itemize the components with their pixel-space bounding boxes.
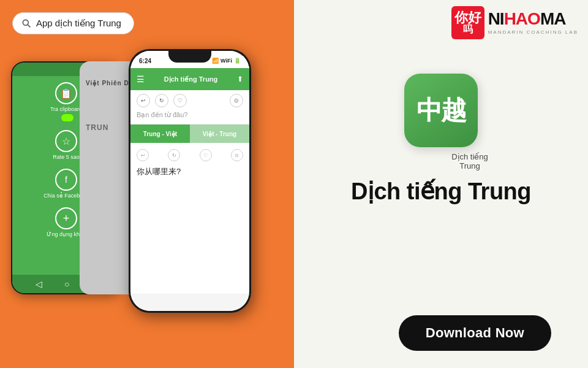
tab-viet-trung[interactable]: Việt - Trung: [190, 125, 249, 143]
phone-notch: [168, 49, 211, 63]
translated-text: 你从哪里来?: [137, 166, 243, 177]
icon-circle-3[interactable]: ♡: [173, 94, 187, 107]
bottom-icon-1[interactable]: ↩: [137, 149, 149, 161]
logo-area: 你好 吗 NI HAO MA MANDARIN COACHING LAB: [451, 6, 578, 39]
status-time: 6:24: [139, 58, 151, 64]
icon-circle-4[interactable]: ⊙: [230, 94, 243, 107]
search-text: App dịch tiếng Trung: [36, 18, 121, 29]
bottom-icon-4[interactable]: ⊙: [231, 149, 243, 161]
search-icon: [21, 18, 31, 28]
app-icon-text: 中越: [417, 93, 466, 128]
hamburger-icon[interactable]: ☰: [137, 74, 145, 84]
bottom-icon-3[interactable]: ♡: [200, 149, 212, 161]
logo-ni: NI: [488, 10, 504, 29]
bottom-icon-2[interactable]: ↻: [168, 149, 180, 161]
logo-subtitle: MANDARIN COACHING LAB: [488, 30, 578, 36]
app-icon-label: Dịch tiếng Trung: [442, 152, 497, 171]
logo-chinese-box: 你好 吗: [451, 6, 484, 39]
share-icon[interactable]: ⬆: [237, 75, 243, 83]
icon-circle-1[interactable]: ↩: [137, 94, 150, 107]
logo-hao: HAO: [504, 10, 540, 29]
main-title: Dịch tiếng Trung: [312, 178, 570, 205]
svg-line-1: [28, 25, 30, 27]
navbar-title: Dịch tiếng Trung: [164, 75, 218, 83]
search-bar[interactable]: App dịch tiếng Trung: [12, 12, 134, 34]
tab-trung-viet[interactable]: Trung - Việt: [130, 125, 190, 143]
app-icon: 中越: [404, 74, 478, 147]
download-button[interactable]: Download Now: [399, 315, 551, 351]
logo-ma: MA: [540, 10, 566, 29]
svg-point-0: [23, 20, 28, 25]
phone-front: 6:24 📶WiFi🔋 ☰ Dịch tiếng Trung ⬆ ↩ ↻ ♡ ⊙…: [129, 49, 251, 313]
logo-text-block: NI HAO MA MANDARIN COACHING LAB: [488, 10, 578, 36]
icon-circle-2[interactable]: ↻: [155, 94, 168, 107]
phone-bottom-bar: [130, 294, 249, 311]
placeholder-text: Bạn đến từ đâu?: [130, 111, 249, 124]
